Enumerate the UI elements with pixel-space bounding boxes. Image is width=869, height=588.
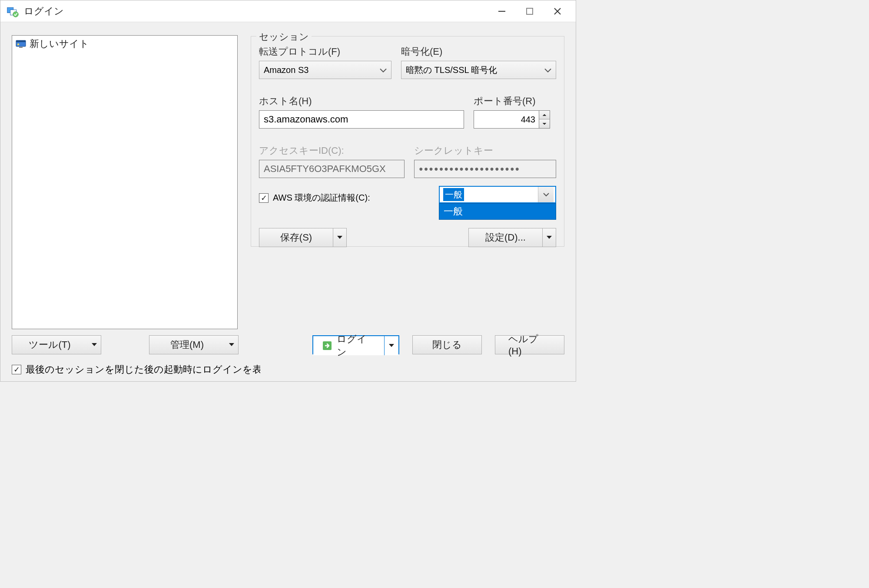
help-button[interactable]: ヘルプ(H) <box>495 335 564 354</box>
titlebar: ログイン <box>0 0 576 22</box>
session-group-title: セッション <box>256 30 312 43</box>
minimize-button[interactable] <box>488 2 516 20</box>
port-label: ポート番号(R) <box>474 95 556 108</box>
site-list[interactable]: 新しいサイト <box>12 35 238 329</box>
protocol-value: Amazon S3 <box>264 65 308 75</box>
protocol-label: 転送プロトコル(F) <box>259 45 391 58</box>
host-label: ホスト名(H) <box>259 95 464 108</box>
close-button[interactable] <box>544 2 571 20</box>
secret-key-value: ●●●●●●●●●●●●●●●●●●●● <box>419 165 520 173</box>
chevron-down-icon <box>538 187 554 202</box>
advanced-button[interactable]: 設定(D)... <box>468 228 542 247</box>
secret-key-label: シークレットキー <box>414 144 556 157</box>
footer-checkbox-row: ✓ 最後のセッションを閉じた後の起動時にログインを表示(S <box>12 363 260 376</box>
port-input[interactable]: 443 <box>474 110 556 129</box>
host-value: s3.amazonaws.com <box>264 114 348 125</box>
svg-rect-10 <box>19 47 23 48</box>
chevron-down-icon <box>380 65 387 75</box>
maximize-button[interactable] <box>516 2 544 20</box>
right-column: セッション 転送プロトコル(F) Amazon S3 暗号化(E) <box>251 35 564 329</box>
login-splitbutton[interactable]: ログイン <box>312 335 399 354</box>
show-login-on-startup-label: 最後のセッションを閉じた後の起動時にログインを表示(S <box>26 364 260 375</box>
app-icon <box>7 5 19 17</box>
port-up-button[interactable] <box>539 111 550 119</box>
window-title: ログイン <box>24 5 488 18</box>
port-down-button[interactable] <box>539 119 550 128</box>
save-dropdown-toggle[interactable] <box>333 228 347 247</box>
login-button-wrap: ログイン <box>312 335 399 354</box>
chevron-down-icon <box>544 65 551 75</box>
login-button[interactable]: ログイン <box>313 336 385 355</box>
manage-button[interactable]: 管理(M) <box>149 335 225 354</box>
check-icon: ✓ <box>13 366 20 373</box>
access-key-value: ASIA5FTY6O3PAFKMO5GX <box>264 163 386 175</box>
session-group: セッション 転送プロトコル(F) Amazon S3 暗号化(E) <box>251 36 564 247</box>
tools-button[interactable]: ツール(T) <box>12 335 87 354</box>
tools-dropdown-toggle[interactable] <box>87 335 101 354</box>
access-key-input[interactable]: ASIA5FTY6O3PAFKMO5GX <box>259 160 405 178</box>
advanced-splitbutton[interactable]: 設定(D)... <box>468 228 556 247</box>
save-button[interactable]: 保存(S) <box>259 228 333 247</box>
client-area: 新しいサイト セッション 転送プロトコル(F) Amazon S3 <box>0 22 576 336</box>
svg-rect-4 <box>527 8 533 14</box>
check-icon: ✓ <box>261 194 267 202</box>
close-dialog-button[interactable]: 閉じる <box>412 335 482 354</box>
left-column: 新しいサイト <box>12 35 238 329</box>
protocol-select[interactable]: Amazon S3 <box>259 61 391 79</box>
cred-profile-option[interactable]: 一般 <box>439 204 556 219</box>
login-dropdown-toggle[interactable] <box>385 336 398 355</box>
aws-env-creds-checkbox[interactable]: ✓ <box>259 193 269 203</box>
encryption-value: 暗黙の TLS/SSL 暗号化 <box>406 64 497 76</box>
manage-dropdown-toggle[interactable] <box>225 335 239 354</box>
site-item-new[interactable]: 新しいサイト <box>12 36 237 52</box>
aws-env-creds-label: AWS 環境の認証情報(C): <box>273 192 370 204</box>
show-login-on-startup-checkbox[interactable]: ✓ <box>12 365 21 374</box>
login-arrow-icon <box>322 340 332 351</box>
monitor-star-icon <box>16 39 26 49</box>
port-value: 443 <box>521 115 535 125</box>
host-input[interactable]: s3.amazonaws.com <box>259 110 464 129</box>
encryption-select[interactable]: 暗黙の TLS/SSL 暗号化 <box>401 61 556 79</box>
encryption-label: 暗号化(E) <box>401 45 556 58</box>
access-key-label: アクセスキーID(C): <box>259 144 405 157</box>
cred-profile-select[interactable]: 一般 一般 <box>439 186 556 203</box>
site-item-label: 新しいサイト <box>30 37 89 50</box>
manage-splitbutton[interactable]: 管理(M) <box>149 335 239 354</box>
login-window: ログイン <box>0 0 576 382</box>
bottom-button-bar: ツール(T) 管理(M) ログイン <box>12 335 564 354</box>
tools-splitbutton[interactable]: ツール(T) <box>12 335 101 354</box>
secret-key-input[interactable]: ●●●●●●●●●●●●●●●●●●●● <box>414 160 556 178</box>
cred-profile-selected: 一般 <box>443 188 464 201</box>
advanced-dropdown-toggle[interactable] <box>542 228 556 247</box>
save-splitbutton[interactable]: 保存(S) <box>259 228 347 247</box>
svg-point-2 <box>13 11 18 17</box>
cred-profile-dropdown: 一般 <box>439 203 556 220</box>
svg-rect-8 <box>16 40 26 42</box>
